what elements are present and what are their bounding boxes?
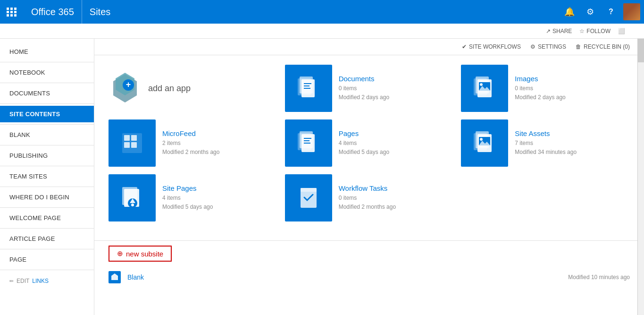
- svg-text:+: +: [126, 80, 131, 89]
- follow-button[interactable]: ☆ FOLLOW: [579, 28, 611, 34]
- site-pages-items: 4 items: [162, 194, 213, 203]
- svg-rect-24: [304, 138, 311, 139]
- microfeed-name: MicroFeed: [162, 129, 219, 137]
- notifications-icon[interactable]: 🔔: [561, 3, 578, 20]
- settings-button[interactable]: ⚙ SETTINGS: [530, 43, 566, 50]
- sidebar-divider: [0, 207, 94, 208]
- workflow-tasks-modified: Modified 2 months ago: [339, 203, 396, 212]
- workflow-tasks-info: Workflow Tasks 0 items Modified 2 months…: [339, 184, 396, 212]
- top-nav-actions: 🔔 ⚙ ?: [561, 3, 644, 20]
- subsite-name[interactable]: Blank: [127, 273, 144, 281]
- sidebar-item-blank[interactable]: BLANK: [0, 127, 94, 143]
- sidebar-item-notebook[interactable]: NOTEBOOK: [0, 64, 94, 81]
- sidebar-item-documents[interactable]: DOCUMENTS: [0, 85, 94, 102]
- waffle-menu-button[interactable]: [0, 8, 24, 17]
- view-button[interactable]: ⬜: [618, 28, 625, 34]
- svg-point-36: [131, 204, 134, 206]
- site-pages-info: Site Pages 4 items Modified 5 days ago: [162, 184, 213, 212]
- add-app-label: add an app: [148, 84, 191, 94]
- settings-icon[interactable]: ⚙: [582, 3, 599, 20]
- site-assets-icon: [461, 119, 508, 167]
- microfeed-icon: [109, 119, 156, 167]
- site-assets-info: Site Assets 7 items Modified 34 minutes …: [515, 129, 577, 157]
- sidebar-divider: [0, 124, 94, 125]
- sidebar-item-home[interactable]: HOME: [0, 43, 94, 60]
- documents-icon: [285, 65, 332, 112]
- edit-links-button[interactable]: ✏ EDIT LINKS: [0, 272, 94, 290]
- add-app-tile[interactable]: + add an app: [109, 65, 277, 112]
- sidebar-item-site-contents[interactable]: SITE CONTENTS: [0, 106, 94, 122]
- sidebar-item-publishing[interactable]: PUBLISHING: [0, 147, 94, 164]
- site-pages-name: Site Pages: [162, 184, 213, 192]
- svg-rect-26: [304, 143, 310, 144]
- app-tile-workflow-tasks[interactable]: Workflow Tasks 0 items Modified 2 months…: [285, 174, 454, 221]
- sidebar-divider: [0, 103, 94, 104]
- recycle-bin-label: RECYCLE BIN (0): [584, 43, 630, 50]
- subsite-item[interactable]: Blank Modified 10 minutes ago: [109, 268, 630, 286]
- app-tile-site-assets[interactable]: Site Assets 7 items Modified 34 minutes …: [461, 119, 630, 167]
- sidebar-divider: [0, 187, 94, 187]
- subsite-icon: [109, 271, 121, 283]
- sidebar-divider: [0, 62, 94, 62]
- site-workflows-button[interactable]: ✔ SITE WORKFLOWS: [462, 43, 521, 50]
- app-title[interactable]: Office 365: [24, 0, 82, 24]
- sidebar-divider: [0, 249, 94, 249]
- site-assets-items: 7 items: [515, 139, 577, 148]
- add-app-icon: +: [109, 72, 142, 105]
- scrollbar[interactable]: [637, 24, 644, 315]
- links-text: LINKS: [32, 278, 49, 284]
- sidebar-item-article-page[interactable]: ARTICLE PAGE: [0, 230, 94, 247]
- images-name: Images: [515, 75, 565, 83]
- sidebar-item-page[interactable]: PAGE: [0, 251, 94, 268]
- pencil-icon: ✏: [9, 278, 14, 284]
- share-icon: ↗: [546, 28, 551, 34]
- apps-section: + add an app: [94, 55, 644, 240]
- user-avatar[interactable]: [623, 3, 640, 20]
- sidebar-item-where-do-i-begin[interactable]: WHERE DO I BEGIN: [0, 189, 94, 205]
- svg-rect-7: [304, 83, 311, 84]
- svg-rect-8: [304, 85, 309, 86]
- app-tile-microfeed[interactable]: MicroFeed 2 items Modified 2 months ago: [109, 119, 277, 167]
- gear-icon: ⚙: [530, 43, 535, 50]
- recycle-icon: 🗑: [576, 43, 581, 50]
- documents-info: Documents 0 items Modified 2 days ago: [339, 75, 389, 102]
- microfeed-info: MicroFeed 2 items Modified 2 months ago: [162, 129, 219, 157]
- site-workflows-label: SITE WORKFLOWS: [469, 43, 521, 50]
- sidebar-divider: [0, 228, 94, 229]
- workflow-tasks-icon: [285, 174, 332, 221]
- images-items: 0 items: [515, 84, 565, 93]
- pages-modified: Modified 5 days ago: [339, 148, 389, 157]
- section-title: Sites: [82, 7, 118, 17]
- svg-rect-18: [131, 135, 137, 141]
- app-tile-images[interactable]: Images 0 items Modified 2 days ago: [461, 65, 630, 112]
- workflows-icon: ✔: [462, 43, 467, 50]
- content-area: ✔ SITE WORKFLOWS ⚙ SETTINGS 🗑 RECYCLE BI…: [94, 39, 644, 315]
- app-tile-site-pages[interactable]: Site Pages 4 items Modified 5 days ago: [109, 174, 277, 221]
- edit-text: EDIT: [17, 278, 29, 284]
- recycle-bin-button[interactable]: 🗑 RECYCLE BIN (0): [576, 43, 630, 50]
- share-label: SHARE: [552, 28, 572, 34]
- workflow-tasks-items: 0 items: [339, 194, 396, 203]
- pages-info: Pages 4 items Modified 5 days ago: [339, 129, 389, 157]
- site-assets-name: Site Assets: [515, 129, 577, 137]
- sidebar-item-welcome-page[interactable]: WELCOME PAGE: [0, 210, 94, 226]
- subsites-section: ⊕ new subsite Blank Modified 10 minutes …: [94, 240, 644, 296]
- sidebar: HOME NOTEBOOK DOCUMENTS SITE CONTENTS BL…: [0, 39, 94, 315]
- sidebar-item-team-sites[interactable]: TEAM SITES: [0, 168, 94, 185]
- subsite-modified: Modified 10 minutes ago: [568, 274, 630, 281]
- sidebar-divider: [0, 145, 94, 145]
- share-button[interactable]: ↗ SHARE: [546, 28, 572, 34]
- app-tile-pages[interactable]: Pages 4 items Modified 5 days ago: [285, 119, 454, 167]
- main-layout: HOME NOTEBOOK DOCUMENTS SITE CONTENTS BL…: [0, 39, 644, 315]
- view-icon: ⬜: [618, 28, 625, 34]
- help-icon[interactable]: ?: [602, 3, 619, 20]
- new-subsite-button[interactable]: ⊕ new subsite: [109, 246, 172, 262]
- sidebar-divider: [0, 83, 94, 83]
- app-tile-documents[interactable]: Documents 0 items Modified 2 days ago: [285, 65, 454, 112]
- site-pages-modified: Modified 5 days ago: [162, 203, 213, 212]
- plus-icon: ⊕: [117, 249, 123, 258]
- pages-items: 4 items: [339, 139, 389, 148]
- apps-grid: + add an app: [109, 65, 630, 221]
- workflow-tasks-name: Workflow Tasks: [339, 184, 396, 192]
- svg-rect-9: [304, 88, 310, 89]
